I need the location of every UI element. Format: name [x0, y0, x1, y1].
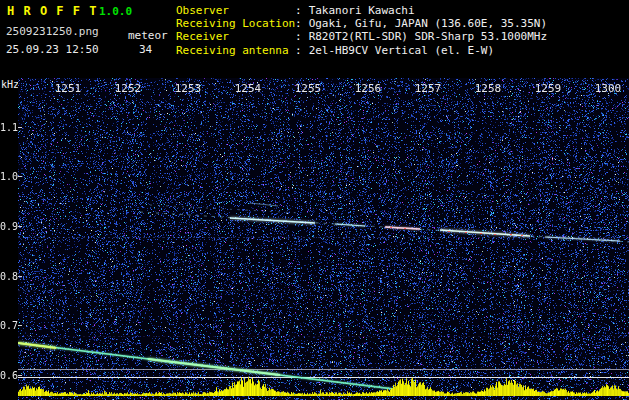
info-value: R820T2(RTL-SDR) SDR-Sharp 53.1000MHz [302, 30, 547, 43]
app-version: 1.0.0 [99, 5, 132, 18]
time-tick-label: 1254 [235, 82, 262, 95]
info-row-observer: Observer:Takanori Kawachi [176, 4, 547, 17]
time-tick-label: 1255 [295, 82, 322, 95]
colon: : [295, 44, 302, 57]
observer-info-block: Observer:Takanori Kawachi Receiving Loca… [176, 4, 547, 57]
info-label: Receiver [176, 30, 295, 43]
info-label: Observer [176, 4, 295, 17]
time-tick-label: 1256 [355, 82, 382, 95]
app-title: H R O F F T [7, 4, 97, 18]
colon: : [295, 17, 302, 30]
output-filename: 2509231250.png [6, 25, 99, 38]
info-value: Takanori Kawachi [302, 4, 415, 17]
time-tick-label: 1253 [175, 82, 202, 95]
colon: : [295, 30, 302, 43]
time-tick-label: 1251 [55, 82, 82, 95]
time-tick-label: 1252 [115, 82, 142, 95]
freq-tick-label: 0.9 [0, 221, 17, 232]
info-value: Ogaki, Gifu, JAPAN (136.60E, 35.35N) [302, 17, 547, 30]
info-row-receiver: Receiver:R820T2(RTL-SDR) SDR-Sharp 53.10… [176, 30, 547, 43]
time-tick-label: 1257 [415, 82, 442, 95]
time-tick-label: 1259 [535, 82, 562, 95]
echo-count: 34 [139, 43, 152, 56]
info-row-antenna: Receiving antenna:2el-HB9CV Vertical (el… [176, 44, 547, 57]
freq-tick-label: 0.8 [0, 271, 17, 282]
freq-tick-label: 0.6 [0, 370, 17, 381]
freq-tick-label: 0.7 [0, 320, 17, 331]
colon: : [295, 4, 302, 17]
mode-label: meteor [128, 29, 168, 42]
info-value: 2el-HB9CV Vertical (el. E-W) [302, 44, 494, 57]
timestamp: 25.09.23 12:50 [6, 43, 99, 56]
hrofft-window: H R O F F T 1.0.0 2509231250.png meteor … [0, 0, 629, 400]
info-label: Receiving Location [176, 17, 295, 30]
time-tick-label: 1258 [475, 82, 502, 95]
freq-unit-label: kHz [1, 79, 19, 90]
info-row-location: Receiving Location:Ogaki, Gifu, JAPAN (1… [176, 17, 547, 30]
info-label: Receiving antenna [176, 44, 295, 57]
freq-tick-label: 1.0 [0, 171, 17, 182]
spectrogram-canvas [18, 78, 629, 400]
freq-tick-label: 1.1 [0, 122, 17, 133]
time-tick-label: 1300 [595, 82, 622, 95]
